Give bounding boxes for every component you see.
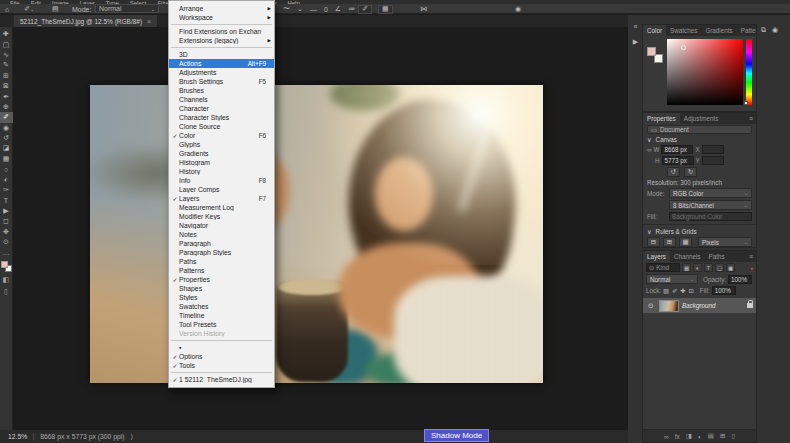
tool-button[interactable]: ✥ [0, 226, 13, 236]
layer-filter-search[interactable]: ⊙Kind [646, 263, 680, 272]
rotate-canvas-button[interactable]: ↺ [667, 167, 680, 177]
ruler-grid-button[interactable]: ⊞ [663, 237, 676, 247]
lock-option-icon[interactable]: ✚ [680, 287, 685, 294]
menu-item[interactable]: Layers F7 [169, 194, 274, 203]
layer-filter-icon[interactable]: ▢ [715, 263, 724, 272]
menu-item[interactable]: Gradients [169, 149, 274, 158]
dock-icon[interactable]: ◉ [772, 26, 778, 34]
options-icon[interactable]: ≔ [348, 5, 355, 13]
tab-adjustments[interactable]: Adjustments [680, 113, 723, 124]
menu-item[interactable]: History [169, 167, 274, 176]
units-dropdown[interactable]: Pixels⌄ [698, 237, 752, 247]
tool-button[interactable]: ◉ [0, 123, 13, 133]
lock-option-icon[interactable]: ⊡ [689, 287, 694, 294]
menu-item[interactable]: Paths [169, 257, 274, 266]
layer-filter-icon[interactable]: ▦ [682, 263, 691, 272]
menu-item[interactable]: Patterns [169, 266, 274, 275]
brush-panel-toggle-icon[interactable]: ▤ [52, 4, 59, 14]
lock-option-icon[interactable]: ✐ [672, 287, 677, 294]
options-icon[interactable]: 0 [324, 6, 328, 13]
tool-button[interactable]: ✑ [0, 185, 13, 195]
lock-option-icon[interactable]: ▨ [663, 287, 669, 294]
tool-button[interactable]: ⊙ [0, 237, 13, 247]
menu-item[interactable]: Properties [169, 275, 274, 284]
color-swatch-pair[interactable] [647, 47, 663, 63]
ruler-grid-button[interactable]: ⊟ [647, 237, 660, 247]
layer-filter-icon[interactable]: T [704, 263, 713, 272]
menu-item[interactable]: Styles [169, 293, 274, 302]
layers-footer-icon[interactable]: ▤ [708, 432, 714, 440]
menu-item[interactable]: Timeline [169, 311, 274, 320]
panel-menu-icon[interactable]: ≡ [746, 251, 756, 262]
menu-item[interactable]: Workspace [169, 13, 274, 22]
x-field[interactable] [702, 145, 724, 154]
tab-patterns[interactable]: Patterns [737, 25, 757, 36]
menu-item[interactable]: Brushes [169, 86, 274, 95]
rotate-canvas-button[interactable]: ↻ [684, 167, 697, 177]
tool-button[interactable]: ↺ [0, 133, 13, 143]
menu-item[interactable]: Actions Alt+F9 [169, 59, 274, 68]
tool-button[interactable]: ✎ [0, 60, 13, 70]
menu-item[interactable]: Histogram [169, 158, 274, 167]
layers-footer-icon[interactable]: ▯ [731, 432, 735, 440]
tab-channels[interactable]: Channels [670, 251, 705, 262]
tab-layers[interactable]: Layers [643, 251, 670, 262]
tool-button[interactable]: ∿ [0, 50, 13, 60]
menu-item[interactable]: Paragraph Styles [169, 248, 274, 257]
tool-button[interactable]: ⊠ [0, 81, 13, 91]
y-field[interactable] [702, 156, 724, 165]
tool-button[interactable]: ◐ [0, 174, 13, 184]
tool-button[interactable]: ✒ [0, 91, 13, 101]
foreground-color-swatch[interactable] [1, 261, 8, 268]
opacity-field[interactable]: 100% [728, 275, 752, 284]
panel-menu-icon[interactable]: ≡ [746, 113, 756, 124]
tool-button[interactable]: ◻ [0, 216, 13, 226]
tool-button[interactable]: ✐ [0, 112, 13, 122]
tool-button[interactable]: ⊞ [0, 71, 13, 81]
options-toggle-icon[interactable]: ✐ [358, 5, 372, 14]
menu-item[interactable]: Brush Settings F5 [169, 77, 274, 86]
tab-paths[interactable]: Paths [705, 251, 729, 262]
menu-item[interactable]: Modifier Keys [169, 212, 274, 221]
ruler-grid-button[interactable]: ▦ [679, 237, 692, 247]
menu-item[interactable]: Character Styles [169, 113, 274, 122]
tool-button[interactable]: ▦ [0, 154, 13, 164]
menu-item[interactable]: Layer Comps [169, 185, 274, 194]
menu-item[interactable]: Info F8 [169, 176, 274, 185]
menu-item[interactable]: ▪ [169, 343, 274, 352]
menu-item[interactable]: 3D [169, 50, 274, 59]
layer-row-background[interactable]: ⊙ Background [643, 298, 756, 313]
photo-document[interactable] [90, 85, 543, 383]
menu-item[interactable]: Version History [169, 329, 274, 338]
hue-slider[interactable] [746, 39, 752, 105]
close-icon[interactable]: × [147, 18, 151, 25]
filter-toggle-icon[interactable]: ● [750, 265, 753, 271]
layer-visibility-icon[interactable]: ⊙ [646, 302, 656, 310]
screen-mode-icon[interactable]: ▯ [4, 288, 8, 296]
width-field[interactable]: 8668 px [661, 145, 693, 154]
collapse-icon[interactable]: ∨ [647, 228, 652, 235]
tool-button[interactable]: ✚ [0, 29, 13, 39]
tool-button[interactable]: ⊕ [0, 102, 13, 112]
menu-item[interactable]: Clone Source [169, 122, 274, 131]
brush-preset-icon[interactable]: ✐⌄ [24, 4, 34, 14]
layer-blend-mode-dropdown[interactable]: Normal⌄ [646, 274, 698, 284]
document-tab[interactable]: 52112_TheSmeDJ.jpg @ 12.5% (RGB/8#) × [14, 15, 158, 27]
zoom-level-field[interactable]: 12.5% [8, 433, 27, 440]
tool-button[interactable]: ▶ [0, 206, 13, 216]
tool-button[interactable]: ○ [0, 164, 13, 174]
menu-item[interactable]: 1 52112_TheSmeDJ.jpg [169, 375, 274, 384]
menu-item[interactable]: Glyphs [169, 140, 274, 149]
layers-footer-icon[interactable]: ◨ [686, 432, 692, 440]
link-icon[interactable]: ∞ [647, 146, 652, 153]
status-caret-icon[interactable]: ⟩ [131, 433, 134, 441]
menu-item[interactable]: Adjustments [169, 68, 274, 77]
layer-filter-icon[interactable]: ▣ [726, 263, 735, 272]
color-field[interactable] [667, 39, 743, 105]
layers-footer-icon[interactable]: ∞ [664, 433, 669, 440]
menu-item[interactable]: Options [169, 352, 274, 361]
height-field[interactable]: 5773 px [662, 156, 694, 165]
menu-item[interactable]: Find Extensions on Exchange (legacy)... [169, 27, 274, 36]
menu-item[interactable]: Color F6 [169, 131, 274, 140]
home-icon[interactable]: ⌂ [5, 4, 9, 14]
